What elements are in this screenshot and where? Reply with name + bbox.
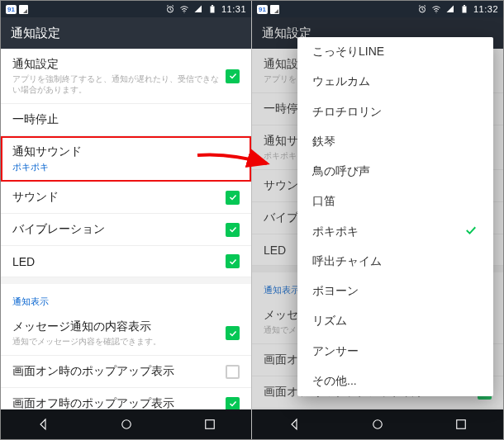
alarm-icon <box>165 4 175 14</box>
picture-icon <box>19 5 28 14</box>
settings-row[interactable]: LED <box>1 246 251 277</box>
checkbox-on-icon[interactable] <box>226 191 240 205</box>
settings-row[interactable]: メッセージ通知の内容表示通知でメッセージ内容を確認できます。 <box>1 311 251 356</box>
svg-point-1 <box>183 12 184 13</box>
checkbox-on-icon[interactable] <box>226 69 240 83</box>
section-header: 通知表示 <box>1 277 251 311</box>
svg-point-10 <box>373 420 383 429</box>
sound-option[interactable]: ボヨーン <box>297 277 493 306</box>
row-subtitle: ポキポキ <box>12 161 240 173</box>
option-label: アンサー <box>312 344 359 359</box>
status-bar: 91 11:32 <box>252 1 503 17</box>
checkbox-on-icon[interactable] <box>226 397 240 409</box>
alarm-icon <box>417 4 427 14</box>
nav-back-icon[interactable] <box>287 417 302 432</box>
option-label: 口笛 <box>312 194 335 209</box>
option-label: ウェルカム <box>312 74 370 89</box>
sound-option[interactable]: その他... <box>297 367 493 396</box>
row-title: バイブレーション <box>12 222 226 237</box>
row-title: 通知設定 <box>12 57 226 72</box>
nav-home-icon[interactable] <box>370 417 385 432</box>
option-label: こっそりLINE <box>312 45 384 59</box>
sound-option[interactable]: 呼出チャイム <box>297 247 493 277</box>
option-label: 鳥の呼び声 <box>312 164 370 179</box>
sound-option[interactable]: アンサー <box>297 337 493 367</box>
sound-option[interactable]: 口笛 <box>297 187 493 216</box>
clock: 11:31 <box>221 4 246 14</box>
settings-list[interactable]: 通知設定アプリを強制終了すると、通知が遅れたり、受信できない場合があります。 一… <box>1 49 251 409</box>
sound-option[interactable]: 鉄琴 <box>297 127 493 157</box>
phone-right: 91 11:32 通知設定 通知設定アプリを… 一時停止 通知サウンドポキポキ <box>252 1 503 439</box>
svg-rect-11 <box>457 420 466 429</box>
sound-option[interactable]: ポキポキ <box>297 217 493 247</box>
row-title: LED <box>12 255 226 268</box>
sound-option[interactable]: チロチロリン <box>297 97 493 127</box>
nav-recent-icon[interactable] <box>454 417 468 432</box>
sound-option[interactable]: こっそりLINE <box>297 37 493 67</box>
check-icon <box>464 223 478 240</box>
option-label: 鉄琴 <box>312 135 335 149</box>
svg-point-4 <box>121 420 131 429</box>
nav-back-icon[interactable] <box>36 417 50 432</box>
phone-left: 91 11:31 通知設定 通知設定アプリを強制終了すると、通知が遅れたり、受信… <box>1 1 252 439</box>
section-title: 通知表示 <box>12 296 49 308</box>
sound-option[interactable]: 鳥の呼び声 <box>297 157 493 187</box>
option-label: ポキポキ <box>312 225 359 239</box>
settings-row[interactable]: 通知サウンドポキポキ <box>1 136 251 182</box>
row-title: メッセージ通知の内容表示 <box>12 319 226 334</box>
row-title: 画面オン時のポップアップ表示 <box>12 364 226 379</box>
option-label: リズム <box>312 314 347 329</box>
picture-icon <box>270 5 279 14</box>
nav-recent-icon[interactable] <box>202 417 217 432</box>
status-bar: 91 11:31 <box>1 1 251 17</box>
wifi-icon <box>431 4 441 14</box>
option-label: ボヨーン <box>312 284 359 299</box>
svg-rect-3 <box>212 5 213 7</box>
settings-row[interactable]: サウンド <box>1 182 251 214</box>
option-label: チロチロリン <box>312 105 382 120</box>
settings-row[interactable]: 一時停止 <box>1 104 251 136</box>
row-title: 通知サウンド <box>12 144 240 159</box>
battery-icon <box>207 4 217 14</box>
row-subtitle: アプリを強制終了すると、通知が遅れたり、受信できない場合があります。 <box>12 73 226 95</box>
settings-row[interactable]: 画面オフ時のポップアップ表示 <box>1 388 251 409</box>
nav-bar <box>252 409 503 439</box>
svg-rect-2 <box>210 7 214 13</box>
nav-bar <box>1 409 251 439</box>
svg-rect-9 <box>464 5 465 7</box>
checkbox-on-icon[interactable] <box>226 326 240 340</box>
sound-option[interactable]: ウェルカム <box>297 67 493 97</box>
settings-row[interactable]: 画面オン時のポップアップ表示 <box>1 356 251 388</box>
app-bar-title: 通知設定 <box>11 26 60 41</box>
row-subtitle: 通知でメッセージ内容を確認できます。 <box>12 336 226 347</box>
signal-icon <box>193 4 203 14</box>
wifi-icon <box>179 4 189 14</box>
sound-picker-popup: こっそりLINEウェルカムチロチロリン鉄琴鳥の呼び声口笛ポキポキ呼出チャイムボヨ… <box>297 37 493 396</box>
row-title: サウンド <box>12 190 226 205</box>
checkbox-off-icon[interactable] <box>226 365 240 379</box>
settings-row[interactable]: バイブレーション <box>1 214 251 246</box>
svg-point-7 <box>435 12 436 13</box>
svg-rect-8 <box>462 7 466 13</box>
notif-count-badge: 91 <box>257 5 268 14</box>
checkbox-on-icon[interactable] <box>226 254 240 268</box>
row-title: 一時停止 <box>12 112 240 127</box>
clock: 11:32 <box>473 4 498 14</box>
checkbox-on-icon[interactable] <box>226 223 240 237</box>
row-title: 画面オフ時のポップアップ表示 <box>12 396 226 409</box>
app-bar: 通知設定 <box>1 17 251 49</box>
battery-icon <box>459 4 469 14</box>
settings-row[interactable]: 通知設定アプリを強制終了すると、通知が遅れたり、受信できない場合があります。 <box>1 49 251 104</box>
option-label: その他... <box>312 374 357 389</box>
option-label: 呼出チャイム <box>312 254 382 269</box>
signal-icon <box>445 4 455 14</box>
nav-home-icon[interactable] <box>119 417 134 432</box>
sound-option[interactable]: リズム <box>297 306 493 336</box>
svg-rect-5 <box>205 420 214 429</box>
notif-count-badge: 91 <box>6 5 17 14</box>
